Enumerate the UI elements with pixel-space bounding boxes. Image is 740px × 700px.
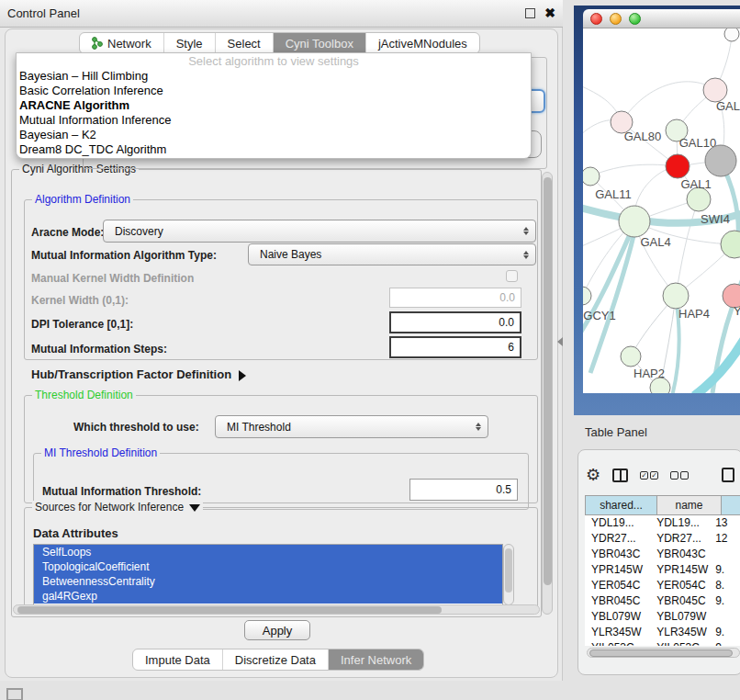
algorithm-option[interactable]: Bayesian – Hill Climbing xyxy=(17,69,531,84)
node-hap4[interactable] xyxy=(663,283,689,309)
hub-definition-toggle[interactable]: Hub/Transcription Factor Definition xyxy=(31,367,246,381)
zoom-traffic-light-icon[interactable] xyxy=(629,13,641,25)
table-row[interactable]: YPR145WYPR145W9. xyxy=(585,562,740,578)
node-y-partial-label: Y xyxy=(734,304,740,318)
table-panel: ⚙ ✓✓ shared...name YDL19...YDL19...13YDR… xyxy=(577,449,740,675)
table-horizontal-scrollbar[interactable] xyxy=(587,648,740,658)
manual-kernel-label: Manual Kernel Width Definition xyxy=(31,272,194,285)
deselect-all-icon[interactable] xyxy=(670,471,689,480)
node-red[interactable] xyxy=(666,154,690,178)
network-icon xyxy=(92,37,103,50)
node-bottom-partial[interactable] xyxy=(650,378,670,393)
dpi-tolerance-field[interactable]: 0.0 xyxy=(389,311,521,333)
split-pane-icon[interactable] xyxy=(612,469,628,482)
close-traffic-light-icon[interactable] xyxy=(590,13,602,25)
table-panel-toolbar: ⚙ ✓✓ xyxy=(586,463,740,487)
attribute-item[interactable]: SelfLoops xyxy=(34,545,502,559)
network-window-titlebar[interactable] xyxy=(583,9,740,28)
which-threshold-value: MI Threshold xyxy=(227,421,291,434)
algorithm-option[interactable]: Bayesian – K2 xyxy=(17,128,531,142)
settings-vertical-scrollbar[interactable] xyxy=(542,172,553,615)
table-cell xyxy=(709,547,740,562)
minimized-panel-icon[interactable] xyxy=(6,688,23,700)
which-threshold-select[interactable]: MI Threshold xyxy=(215,415,488,438)
bottom-tab-label: Discretize Data xyxy=(235,653,316,667)
table-row[interactable]: YBR043CYBR043C xyxy=(585,547,740,562)
table-cell: YBL079W xyxy=(650,609,709,625)
node-swi4[interactable] xyxy=(721,231,740,258)
table-cell: 9. xyxy=(709,562,740,578)
node-gray[interactable] xyxy=(705,145,736,176)
splitter-collapse-icon[interactable] xyxy=(557,337,563,346)
table-row[interactable]: YBL079WYBL079W xyxy=(585,609,740,625)
algorithm-option[interactable]: Dream8 DC_TDC Algorithm xyxy=(17,142,531,157)
table-row[interactable]: YER054CYER054C8. xyxy=(585,578,740,593)
tab-style[interactable]: Style xyxy=(164,33,216,53)
network-canvas[interactable]: GALGAL80GAL10GAL11GAL1SWI4GAL4GCY1HAP4YH… xyxy=(583,28,740,393)
manual-kernel-checkbox[interactable] xyxy=(506,270,518,282)
table-row[interactable]: YLR345WYLR345W9. xyxy=(585,625,740,640)
bottom-tab-discretize-data[interactable]: Discretize Data xyxy=(223,649,329,670)
column-header[interactable]: name xyxy=(656,495,721,515)
bottom-tab-impute-data[interactable]: Impute Data xyxy=(133,649,223,670)
algorithm-option[interactable]: Basic Correlation Inference xyxy=(17,84,531,98)
table-row[interactable]: YBR045CYBR045C9. xyxy=(585,593,740,609)
table-cell: YBR043C xyxy=(585,547,650,562)
table-row[interactable]: YIL053CYIL053C9 xyxy=(585,640,740,646)
column-header[interactable] xyxy=(721,495,740,515)
node-hap2[interactable] xyxy=(621,346,641,367)
apply-button[interactable]: Apply xyxy=(244,620,310,640)
select-all-icon[interactable]: ✓✓ xyxy=(640,471,658,480)
node-gal-partial-label: GAL xyxy=(716,99,740,113)
table-row[interactable]: YDR27...YDR27...12 xyxy=(585,531,740,547)
algorithm-option[interactable]: ARACNE Algorithm xyxy=(17,98,531,113)
float-window-icon[interactable] xyxy=(525,8,535,18)
sources-title[interactable]: Sources for Network Inference xyxy=(32,501,203,514)
table-cell: YPR145W xyxy=(650,562,709,578)
settings-horizontal-scrollbar[interactable] xyxy=(13,604,540,615)
kernel-width-label: Kernel Width (0,1): xyxy=(31,294,129,307)
threshold-definition-title: Threshold Definition xyxy=(32,389,136,401)
tab-network[interactable]: Network xyxy=(80,33,164,53)
minimize-traffic-light-icon[interactable] xyxy=(610,13,622,25)
attribute-item[interactable]: BetweennessCentrality xyxy=(34,574,502,589)
cyni-toolbox-bottom-tabs: Impute DataDiscretize DataInfer Network xyxy=(132,649,424,671)
node-hap4-label: HAP4 xyxy=(678,307,710,321)
attribute-item[interactable]: TopologicalCoefficient xyxy=(34,559,502,574)
close-icon[interactable]: ✖ xyxy=(544,8,555,18)
spinner-arrows-icon xyxy=(523,227,529,235)
node-top-partial[interactable] xyxy=(724,28,739,41)
mi-steps-field[interactable]: 6 xyxy=(389,336,521,358)
table-row[interactable]: YDL19...YDL19...13 xyxy=(585,515,740,531)
kernel-width-field[interactable]: 0.0 xyxy=(389,288,521,308)
new-table-icon[interactable] xyxy=(722,468,734,482)
tab-jactivemnodules[interactable]: jActiveMNodules xyxy=(366,33,479,53)
mi-steps-label: Mutual Information Steps: xyxy=(31,343,167,356)
mi-threshold-field[interactable]: 0.5 xyxy=(409,479,518,501)
collapse-down-icon xyxy=(189,504,200,512)
aracne-mode-select[interactable]: Discovery xyxy=(103,220,536,243)
tab-label: Style xyxy=(176,37,203,51)
table-cell: YBR045C xyxy=(650,593,709,609)
control-panel-tabs: NetworkStyleSelectCyni ToolboxjActiveMNo… xyxy=(79,32,480,54)
tab-label: jActiveMNodules xyxy=(378,37,467,51)
network-edge[interactable] xyxy=(676,199,699,296)
spinner-arrows-icon xyxy=(523,251,529,259)
tab-cyni-toolbox[interactable]: Cyni Toolbox xyxy=(274,33,366,53)
attribute-item[interactable]: gal4RGexp xyxy=(34,589,502,604)
table-cell xyxy=(709,609,740,625)
node-gal4[interactable] xyxy=(619,206,650,237)
column-header[interactable]: shared... xyxy=(585,495,656,515)
table-cell: 13 xyxy=(709,515,740,531)
table-cell: YER054C xyxy=(650,578,709,593)
bottom-tab-label: Infer Network xyxy=(341,653,411,667)
bottom-tab-infer-network[interactable]: Infer Network xyxy=(329,649,423,670)
gear-icon[interactable]: ⚙ xyxy=(586,467,600,483)
attributes-list-scrollbar[interactable] xyxy=(503,544,514,605)
hub-definition-label: Hub/Transcription Factor Definition xyxy=(31,367,231,381)
mi-type-select[interactable]: Naive Bayes xyxy=(248,243,536,265)
algorithm-option[interactable]: Mutual Information Inference xyxy=(17,113,531,128)
node-gcy1[interactable] xyxy=(583,287,591,305)
node-gal11[interactable] xyxy=(583,167,600,186)
tab-select[interactable]: Select xyxy=(216,33,274,53)
